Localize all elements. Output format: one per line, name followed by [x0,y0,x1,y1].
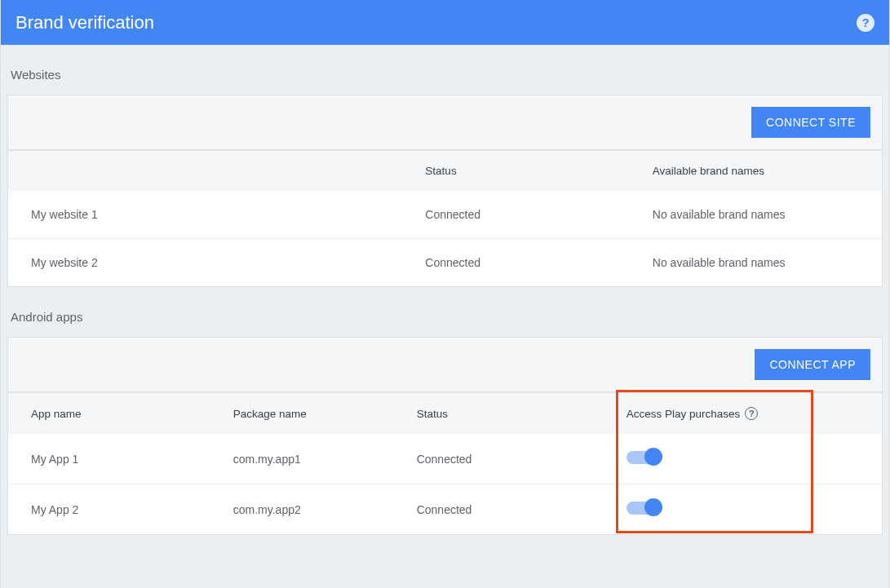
access-toggle[interactable] [627,502,659,515]
app-status: Connected [410,484,620,535]
access-toggle[interactable] [627,451,659,464]
websites-card: Connect Site Status Available brand name… [7,95,883,287]
page-header: Brand verification ? [1,0,889,45]
table-row: My App 1 com.my.app1 Connected [8,434,882,484]
apps-table: App name Package name Status Access Play… [8,392,882,534]
apps-toolbar: Connect App [8,338,882,392]
apps-card: Connect App App name Package name Status… [7,337,883,535]
website-status: Connected [418,239,645,287]
apps-col-appname: App name [8,393,227,435]
toggle-knob [644,448,662,466]
app-package: com.my.app1 [227,434,410,484]
help-icon[interactable]: ? [857,14,875,32]
websites-section-label: Websites [7,45,883,95]
websites-table: Status Available brand names My website … [8,150,882,286]
website-status: Connected [418,191,645,239]
apps-section-label: Android apps [7,287,883,337]
table-row: My website 2 Connected No available bran… [8,239,882,287]
app-name: My App 2 [8,484,227,535]
app-access-toggle-cell [620,434,882,484]
websites-col-brands: Available brand names [646,151,882,192]
app-name: My App 1 [8,434,227,484]
website-brands: No available brand names [646,191,882,239]
websites-col-name [8,151,418,192]
website-name: My website 2 [8,239,418,287]
connect-app-button[interactable]: Connect App [755,349,870,380]
apps-col-package: Package name [227,393,410,435]
apps-col-access-label: Access Play purchases [627,408,741,420]
access-help-icon[interactable]: ? [745,407,758,420]
table-row: My App 2 com.my.app2 Connected [8,484,882,535]
apps-col-status: Status [410,393,620,435]
app-package: com.my.app2 [227,484,410,535]
apps-col-access: Access Play purchases ? [620,393,882,435]
app-status: Connected [410,434,620,484]
websites-col-status: Status [418,151,645,192]
table-row: My website 1 Connected No available bran… [8,191,882,239]
toggle-knob [644,498,662,516]
content-area: Websites Connect Site Status Available b… [1,45,889,588]
websites-toolbar: Connect Site [8,95,882,150]
app-access-toggle-cell [620,484,882,535]
connect-site-button[interactable]: Connect Site [751,107,870,138]
page-title: Brand verification [15,12,154,33]
website-brands: No available brand names [646,239,882,287]
website-name: My website 1 [8,191,418,239]
